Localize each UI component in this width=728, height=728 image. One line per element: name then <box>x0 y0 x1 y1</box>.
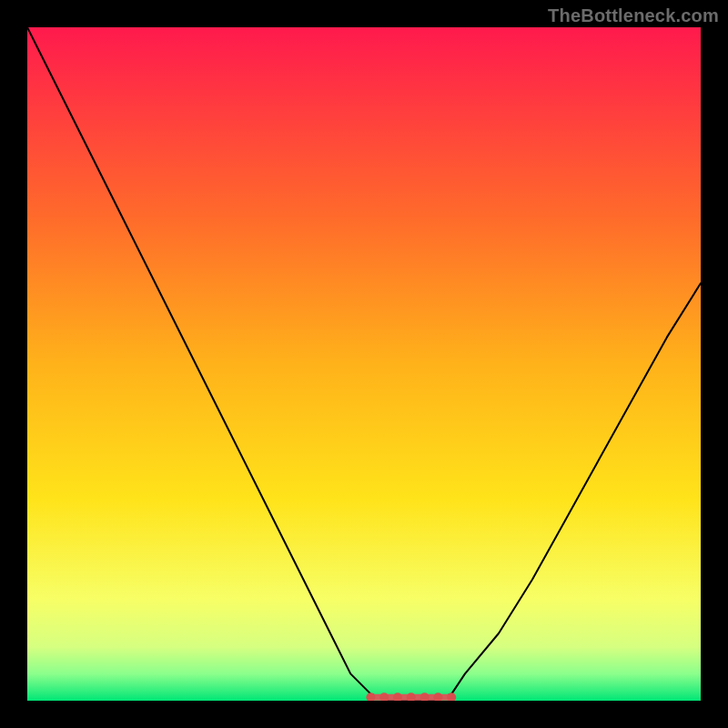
gradient-background <box>27 27 701 701</box>
plot-area <box>27 27 701 701</box>
chart-svg <box>27 27 701 701</box>
chart-frame: TheBottleneck.com <box>0 0 728 728</box>
watermark-text: TheBottleneck.com <box>548 5 719 26</box>
